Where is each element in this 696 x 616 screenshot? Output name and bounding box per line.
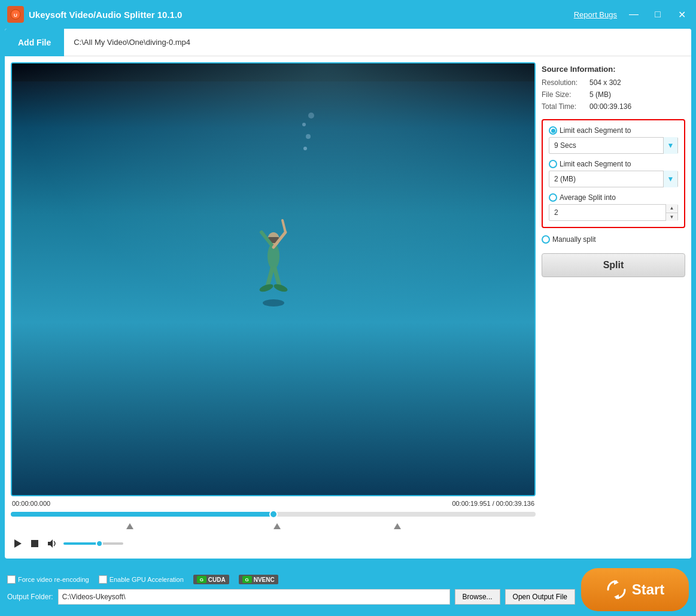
stop-button[interactable] bbox=[29, 538, 41, 550]
marker-triangle-1 bbox=[126, 523, 133, 529]
totaltime-value: 00:00:39.136 bbox=[589, 102, 631, 111]
source-info: Source Information: Resolution: 504 x 30… bbox=[542, 65, 685, 114]
svg-marker-19 bbox=[48, 539, 53, 548]
resolution-label: Resolution: bbox=[542, 78, 589, 87]
svg-marker-17 bbox=[14, 539, 22, 548]
split-button[interactable]: Split bbox=[542, 253, 685, 277]
open-output-button[interactable]: Open Output File bbox=[505, 589, 575, 605]
browse-button[interactable]: Browse... bbox=[455, 589, 500, 605]
play-icon bbox=[12, 538, 23, 549]
filesize-row: File Size: 5 (MB) bbox=[542, 90, 685, 99]
nvenc-icon: G bbox=[242, 576, 252, 583]
marker-triangle-3 bbox=[394, 523, 401, 529]
nvenc-label: NVENC bbox=[254, 576, 275, 583]
time-select[interactable]: 9 Secs ▼ bbox=[549, 137, 678, 154]
cuda-label: CUDA bbox=[208, 576, 226, 583]
segment-markers bbox=[11, 521, 536, 531]
split-count-value: 2 bbox=[549, 208, 665, 217]
time-select-arrow[interactable]: ▼ bbox=[663, 137, 677, 154]
right-panel: Source Information: Resolution: 504 x 30… bbox=[542, 62, 685, 553]
bottom-bar: Force video re-encoding Enable GPU Accel… bbox=[0, 563, 696, 616]
volume-icon bbox=[47, 538, 57, 549]
source-info-title: Source Information: bbox=[542, 65, 685, 74]
option-group-2: Limit each Segment to 2 (MB) ▼ bbox=[549, 160, 678, 187]
time-current: 00:00:19.951 / 00:00:39.136 bbox=[452, 500, 534, 507]
option-label-2: Limit each Segment to bbox=[560, 160, 631, 168]
svg-point-12 bbox=[263, 299, 284, 307]
titlebar: U Ukeysoft Video/Audio Splitter 10.1.0 R… bbox=[0, 0, 696, 29]
totaltime-row: Total Time: 00:00:39.136 bbox=[542, 102, 685, 111]
segment-marker-3[interactable] bbox=[394, 521, 401, 531]
gpu-accel-label: Enable GPU Acceleration bbox=[110, 576, 184, 583]
gpu-accel-checkbox[interactable] bbox=[99, 575, 107, 584]
spin-up-button[interactable]: ▲ bbox=[666, 204, 677, 213]
resolution-value: 504 x 302 bbox=[589, 78, 621, 87]
option-header-1: Limit each Segment to bbox=[549, 126, 678, 135]
output-label: Output Folder: bbox=[7, 593, 53, 601]
size-select-arrow[interactable]: ▼ bbox=[663, 171, 677, 187]
force-encoding-item: Force video re-encoding bbox=[7, 575, 89, 584]
app-title: Ukeysoft Video/Audio Splitter 10.1.0 bbox=[29, 10, 182, 20]
main-container: Add File C:\All My Video\One\diving-0.mp… bbox=[5, 29, 691, 559]
segment-marker-1[interactable] bbox=[126, 521, 133, 531]
totaltime-label: Total Time: bbox=[542, 102, 589, 111]
radio-option-3[interactable] bbox=[549, 193, 557, 202]
time-display: 00:00:00.000 00:00:19.951 / 00:00:39.136 bbox=[11, 500, 536, 507]
resolution-row: Resolution: 504 x 302 bbox=[542, 78, 685, 87]
options-panel: Limit each Segment to 9 Secs ▼ Limit eac… bbox=[542, 119, 685, 228]
time-start: 00:00:00.000 bbox=[12, 500, 50, 507]
force-encoding-checkbox[interactable] bbox=[7, 575, 16, 584]
progress-bar[interactable] bbox=[11, 512, 536, 517]
bubbles bbox=[299, 107, 323, 154]
cuda-badge: G CUDA bbox=[193, 575, 229, 584]
radio-option-2[interactable] bbox=[549, 160, 557, 168]
svg-line-8 bbox=[268, 268, 272, 286]
play-button[interactable] bbox=[11, 537, 24, 550]
size-select-value: 2 (MB) bbox=[549, 175, 663, 183]
close-button[interactable]: ✕ bbox=[674, 7, 689, 22]
size-select[interactable]: 2 (MB) ▼ bbox=[549, 171, 678, 187]
output-row: Output Folder: Browse... Open Output Fil… bbox=[7, 589, 575, 605]
progress-thumb[interactable] bbox=[269, 510, 278, 518]
diver-figure bbox=[250, 214, 297, 310]
file-path: C:\All My Video\One\diving-0.mp4 bbox=[64, 38, 200, 47]
radio-inner-1 bbox=[551, 129, 555, 133]
report-bugs-link[interactable]: Report Bugs bbox=[574, 10, 617, 19]
volume-button[interactable] bbox=[45, 537, 59, 550]
video-bg bbox=[12, 63, 534, 495]
manually-split-option: Manually split bbox=[542, 235, 685, 244]
svg-point-16 bbox=[308, 113, 314, 119]
restore-button[interactable]: □ bbox=[651, 7, 665, 22]
checkboxes-row: Force video re-encoding Enable GPU Accel… bbox=[7, 575, 575, 584]
add-file-button[interactable]: Add File bbox=[5, 29, 64, 56]
titlebar-left: U Ukeysoft Video/Audio Splitter 10.1.0 bbox=[7, 6, 182, 23]
playback-controls bbox=[11, 535, 536, 553]
stop-icon bbox=[30, 539, 39, 548]
volume-thumb bbox=[96, 540, 103, 547]
output-path-input[interactable] bbox=[58, 589, 450, 605]
svg-point-13 bbox=[303, 147, 307, 150]
option-label-1: Limit each Segment to bbox=[560, 126, 631, 135]
radio-manually-split[interactable] bbox=[542, 235, 550, 244]
start-button[interactable]: Start bbox=[581, 568, 689, 611]
time-select-value: 9 Secs bbox=[549, 141, 663, 150]
volume-slider[interactable] bbox=[63, 542, 123, 545]
svg-rect-18 bbox=[31, 540, 38, 547]
start-label: Start bbox=[632, 581, 665, 598]
spin-down-button[interactable]: ▼ bbox=[666, 213, 677, 221]
minimize-button[interactable]: — bbox=[627, 7, 641, 22]
titlebar-controls: Report Bugs — □ ✕ bbox=[574, 7, 689, 22]
force-encoding-label: Force video re-encoding bbox=[18, 576, 89, 583]
cuda-icon: G bbox=[197, 576, 206, 583]
spinbox-arrows: ▲ ▼ bbox=[665, 204, 677, 221]
radio-option-1[interactable] bbox=[549, 126, 557, 135]
filesize-label: File Size: bbox=[542, 90, 589, 99]
option-group-3: Average Split into 2 ▲ ▼ bbox=[549, 193, 678, 221]
nvenc-badge: G NVENC bbox=[239, 575, 278, 584]
filesize-value: 5 (MB) bbox=[589, 90, 611, 99]
option-label-3: Average Split into bbox=[560, 193, 616, 202]
bottom-left: Force video re-encoding Enable GPU Accel… bbox=[7, 575, 575, 605]
header-bar: Add File C:\All My Video\One\diving-0.mp… bbox=[5, 29, 691, 56]
option-header-2: Limit each Segment to bbox=[549, 160, 678, 168]
segment-marker-2[interactable] bbox=[273, 521, 281, 531]
